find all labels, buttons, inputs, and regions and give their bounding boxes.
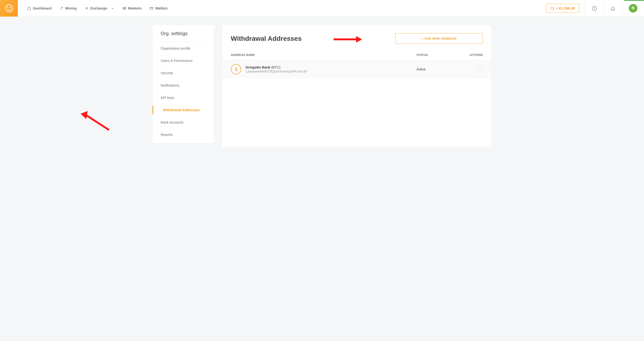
- row-status: Active: [416, 67, 464, 71]
- svg-point-13: [480, 68, 480, 69]
- sidebar-item-label: Notifications: [161, 84, 179, 87]
- svg-rect-5: [123, 7, 126, 8]
- table-row: Gringotts Bank (BTC) 1JuSmiAKMXfFZTEjfUe…: [222, 60, 492, 78]
- sidebar-item-label: Withdrawal Addresses: [163, 108, 200, 112]
- settings-sidebar: Org. settings Organization profile Users…: [152, 25, 214, 143]
- svg-point-14: [480, 69, 480, 70]
- account-menu[interactable]: N: [622, 0, 644, 16]
- address-name: Gringotts Bank (BTC): [246, 66, 416, 69]
- sidebar-item-api-keys[interactable]: API keys: [152, 92, 214, 104]
- nav-dashboard-label: Dashboard: [33, 6, 52, 10]
- nav-markets[interactable]: Markets: [122, 6, 142, 10]
- sidebar-item-bank-accounts[interactable]: Bank Accounts: [152, 116, 214, 129]
- add-new-address-button[interactable]: + ADD NEW ADDRESS: [395, 33, 483, 44]
- address-hash: 1JuSmiAKMXfFZTEjfUe7KAvNQXPFuYAL6F: [246, 70, 416, 73]
- main-nav: Dashboard Mining Exchange Markets Wallet…: [27, 6, 168, 10]
- svg-rect-6: [123, 9, 126, 9]
- nav-wallets[interactable]: Wallets: [150, 6, 168, 10]
- exchange-icon: [85, 7, 88, 10]
- home-icon: [27, 7, 31, 10]
- sidebar-title: Org. settings: [152, 25, 214, 42]
- sidebar-item-organization-profile[interactable]: Organization profile: [152, 42, 214, 55]
- svg-point-9: [553, 8, 553, 9]
- notifications-button[interactable]: [604, 0, 622, 16]
- loading-bar: [624, 0, 644, 1]
- svg-marker-19: [80, 111, 88, 119]
- info-icon: [592, 6, 597, 11]
- sidebar-item-label: API keys: [161, 96, 174, 100]
- sidebar-item-notifications[interactable]: Notifications: [152, 79, 214, 92]
- nav-wallets-label: Wallets: [155, 6, 168, 10]
- bitcoin-icon: [231, 64, 241, 75]
- sidebar-item-withdrawal-addresses[interactable]: Withdrawal Addresses: [152, 104, 214, 116]
- app-logo[interactable]: [0, 0, 18, 17]
- avatar-initial: N: [632, 6, 635, 11]
- info-button[interactable]: [585, 0, 604, 16]
- column-actions: ACTIONS: [464, 53, 483, 57]
- sidebar-item-security[interactable]: Security: [152, 67, 214, 79]
- balance-button[interactable]: ≈ €1,768.28: [546, 4, 579, 13]
- top-bar: Dashboard Mining Exchange Markets Wallet…: [0, 0, 644, 17]
- nav-mining-label: Mining: [65, 6, 76, 10]
- nav-exchange[interactable]: Exchange: [85, 6, 114, 10]
- svg-line-18: [86, 115, 109, 130]
- main-panel: Withdrawal Addresses + ADD NEW ADDRESS A…: [222, 25, 492, 147]
- nav-mining[interactable]: Mining: [60, 6, 76, 10]
- pickaxe-icon: [60, 7, 63, 10]
- topbar-right: ≈ €1,768.28 N: [546, 0, 644, 16]
- sidebar-item-label: Organization profile: [161, 47, 190, 50]
- balance-value: ≈ €1,768.28: [556, 6, 575, 10]
- wallet-balance-icon: [550, 7, 554, 10]
- sidebar-item-label: Security: [161, 71, 173, 75]
- nav-exchange-label: Exchange: [90, 6, 107, 10]
- more-vertical-icon: [478, 68, 482, 71]
- bell-icon: [610, 6, 616, 11]
- nav-dashboard[interactable]: Dashboard: [27, 6, 52, 10]
- svg-point-0: [5, 5, 12, 12]
- row-actions-menu[interactable]: [477, 66, 483, 72]
- sidebar-item-label: Users & Permissions: [161, 59, 193, 63]
- nav-markets-label: Markets: [128, 6, 142, 10]
- markets-icon: [122, 7, 126, 10]
- wallet-icon: [150, 7, 153, 10]
- table-header: ADDRESS NAME STATUS ACTIONS: [222, 50, 492, 60]
- annotation-arrow-icon: [80, 111, 111, 132]
- sidebar-item-users-permissions[interactable]: Users & Permissions: [152, 55, 214, 67]
- logo-icon: [5, 4, 13, 13]
- column-status: STATUS: [416, 53, 464, 57]
- svg-point-12: [594, 7, 595, 7]
- chevron-down-icon: [111, 7, 114, 10]
- sidebar-item-label: Bank Accounts: [161, 121, 184, 124]
- svg-point-15: [480, 70, 480, 71]
- column-address-name: ADDRESS NAME: [231, 53, 416, 57]
- sidebar-item-reports[interactable]: Reports: [152, 129, 214, 141]
- sidebar-item-label: Reports: [161, 133, 173, 137]
- page-title: Withdrawal Addresses: [231, 35, 302, 43]
- svg-rect-7: [150, 7, 153, 10]
- avatar: N: [629, 4, 637, 13]
